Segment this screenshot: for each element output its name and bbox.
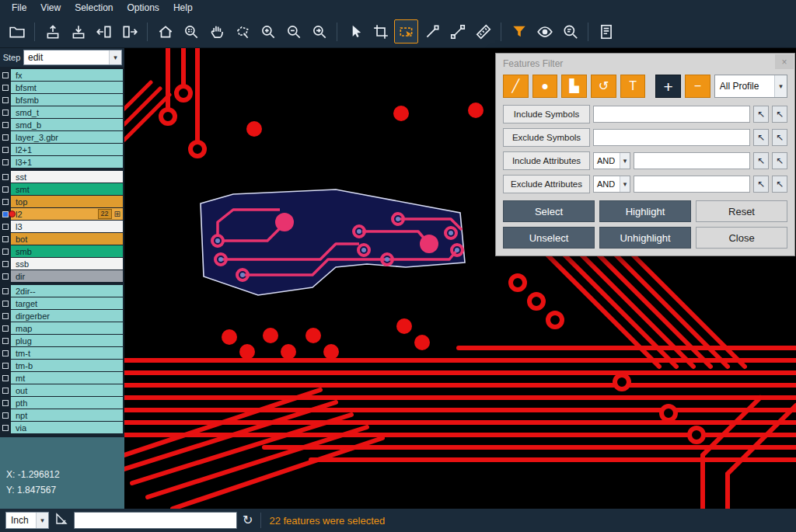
layer-visibility-checkbox[interactable] — [0, 106, 11, 118]
layer-row-npt[interactable]: npt — [0, 409, 123, 421]
chevron-down-icon[interactable]: ▾ — [620, 176, 630, 192]
features-filter-icon[interactable] — [507, 19, 531, 43]
layer-visibility-checkbox[interactable] — [0, 208, 11, 220]
include-symbols-button[interactable]: Include Symbols — [503, 105, 590, 123]
exclude-symbols-input[interactable] — [593, 129, 750, 146]
polygon-select-icon[interactable] — [230, 19, 254, 43]
command-input[interactable] — [74, 512, 237, 529]
layer-row-smd_t[interactable]: smd_t — [0, 106, 123, 118]
import-down-icon[interactable] — [66, 19, 90, 43]
zoom-previous-icon[interactable] — [307, 19, 331, 43]
pick-symbol-add-icon[interactable]: ↖ — [772, 106, 787, 123]
layer-visibility-checkbox[interactable] — [0, 82, 11, 93]
include-attributes-logic-select[interactable]: AND ▾ — [593, 152, 630, 169]
chevron-down-icon[interactable]: ▾ — [109, 50, 121, 64]
menu-view[interactable]: View — [33, 2, 68, 14]
chevron-down-icon[interactable]: ▾ — [620, 153, 630, 169]
layer-visibility-checkbox[interactable] — [0, 422, 11, 433]
include-attributes-button[interactable]: Include Attributes — [503, 151, 590, 170]
layer-row-out[interactable]: out — [0, 384, 123, 396]
layer-visibility-checkbox[interactable] — [0, 270, 11, 282]
chevron-down-icon[interactable]: ▾ — [774, 75, 787, 97]
layer-row-pth[interactable]: pth — [0, 397, 123, 409]
highlight-button[interactable]: Highlight — [599, 200, 691, 222]
layer-visibility-checkbox[interactable] — [0, 397, 11, 409]
layer-row-l3[interactable]: l3 — [0, 221, 123, 232]
pick-attribute-add-icon[interactable]: ↖ — [772, 152, 787, 169]
refresh-icon[interactable]: ↻ — [243, 514, 253, 527]
layer-visibility-checkbox[interactable] — [0, 347, 11, 359]
line-tool[interactable]: ╱ — [503, 75, 529, 98]
layer-visibility-checkbox[interactable] — [0, 310, 11, 322]
reset-button[interactable]: Reset — [696, 200, 787, 222]
layer-visibility-checkbox[interactable] — [0, 119, 11, 130]
layer-visibility-checkbox[interactable] — [0, 322, 11, 334]
import-up-icon[interactable] — [40, 19, 65, 43]
layer-row-smb[interactable]: smb — [0, 245, 123, 257]
layer-row-plug[interactable]: plug — [0, 335, 123, 346]
ruler-icon[interactable] — [471, 19, 495, 43]
layer-row-smt[interactable]: smt — [0, 183, 123, 195]
exclude-attributes-input[interactable] — [634, 176, 750, 193]
include-attributes-input[interactable] — [634, 152, 750, 169]
import-left-icon[interactable] — [92, 19, 116, 43]
menu-options[interactable]: Options — [120, 2, 166, 14]
layer-row-dirgerber[interactable]: dirgerber — [0, 310, 123, 322]
layer-row-mt[interactable]: mt — [0, 372, 123, 384]
pick-attribute-icon[interactable]: ↖ — [753, 152, 769, 169]
layer-visibility-checkbox[interactable] — [0, 221, 11, 232]
layer-row-dir[interactable]: dir — [0, 270, 123, 282]
menu-selection[interactable]: Selection — [68, 2, 120, 14]
layer-visibility-checkbox[interactable] — [0, 360, 11, 371]
exclude-mode-button[interactable]: − — [685, 75, 710, 98]
brush-icon[interactable] — [420, 19, 444, 43]
pointer-icon[interactable] — [343, 19, 367, 43]
layer-row-via[interactable]: via — [0, 422, 123, 433]
text-tool[interactable]: T — [620, 75, 646, 98]
layer-visibility-checkbox[interactable] — [0, 409, 11, 421]
select-button[interactable]: Select — [503, 200, 595, 222]
import-right-icon[interactable] — [117, 19, 141, 43]
menu-help[interactable]: Help — [166, 2, 200, 14]
surface-tool[interactable]: ▙ — [561, 75, 587, 98]
layer-row-l3+1[interactable]: l3+1 — [0, 156, 123, 168]
layer-row-2dir--[interactable]: 2dir-- — [0, 285, 123, 297]
layer-visibility-checkbox[interactable] — [0, 131, 11, 143]
layer-visibility-checkbox[interactable] — [0, 171, 11, 183]
layer-visibility-checkbox[interactable] — [0, 335, 11, 346]
layer-row-layer_3.gbr[interactable]: layer_3.gbr — [0, 131, 123, 143]
layer-visibility-checkbox[interactable] — [0, 245, 11, 257]
step-select[interactable]: edit ▾ — [23, 50, 122, 65]
profile-select[interactable]: All Profile ▾ — [714, 75, 787, 98]
layer-visibility-checkbox[interactable] — [0, 297, 11, 309]
layer-row-map[interactable]: map — [0, 322, 123, 334]
zoom-in-icon[interactable] — [256, 19, 280, 43]
crop-select-icon[interactable] — [368, 19, 393, 43]
layer-visibility-checkbox[interactable] — [0, 285, 11, 297]
report-icon[interactable] — [594, 19, 618, 43]
pan-hand-icon[interactable] — [204, 19, 229, 43]
close-button[interactable]: Close — [696, 227, 787, 249]
pick-attribute-icon[interactable]: ↖ — [753, 176, 769, 193]
layer-row-ssb[interactable]: ssb — [0, 258, 123, 269]
fence-select-icon[interactable] — [394, 19, 418, 43]
layer-visibility-checkbox[interactable] — [0, 196, 11, 207]
layer-row-sst[interactable]: sst — [0, 171, 123, 183]
exclude-attributes-button[interactable]: Exclude Attributes — [503, 175, 590, 193]
layer-visibility-checkbox[interactable] — [0, 384, 11, 396]
pick-symbol-add-icon[interactable]: ↖ — [772, 129, 787, 146]
pick-symbol-icon[interactable]: ↖ — [753, 129, 769, 146]
corner-ruler-icon[interactable] — [54, 512, 68, 529]
unhighlight-button[interactable]: Unhighlight — [599, 227, 691, 249]
units-select[interactable]: Inch ▾ — [5, 512, 49, 529]
include-mode-button[interactable]: + — [655, 75, 681, 98]
open-icon[interactable] — [5, 19, 29, 43]
pick-attribute-add-icon[interactable]: ↖ — [772, 176, 787, 193]
measure-line-icon[interactable] — [445, 19, 470, 43]
layer-visibility-checkbox[interactable] — [0, 258, 11, 269]
include-symbols-input[interactable] — [593, 106, 750, 123]
layer-row-fx[interactable]: fx — [0, 69, 123, 81]
find-icon[interactable] — [558, 19, 582, 43]
layer-visibility-checkbox[interactable] — [0, 372, 11, 384]
pick-symbol-icon[interactable]: ↖ — [753, 106, 769, 123]
